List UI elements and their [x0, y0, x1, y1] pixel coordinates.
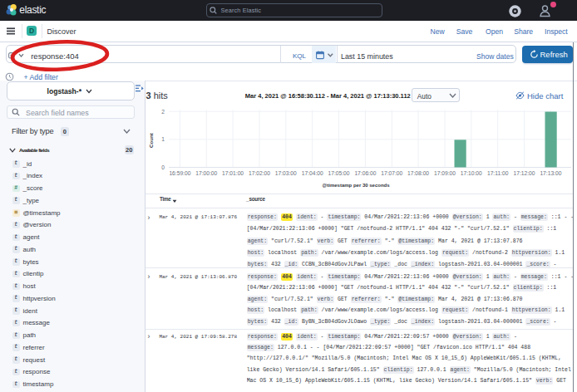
- svg-text:17:04:00: 17:04:00: [302, 170, 323, 176]
- svg-text:17:12:00: 17:12:00: [513, 170, 535, 176]
- svg-text:1: 1: [161, 136, 165, 142]
- svg-text:17:00:00: 17:00:00: [195, 170, 217, 176]
- svg-text:17:01:00: 17:01:00: [222, 170, 244, 176]
- svg-text:17:07:00: 17:07:00: [381, 170, 402, 176]
- svg-text:17:03:00: 17:03:00: [275, 170, 297, 176]
- svg-text:16:59:00: 16:59:00: [169, 170, 190, 176]
- svg-text:@timestamp per 30 seconds: @timestamp per 30 seconds: [322, 183, 390, 188]
- svg-text:17:13:00: 17:13:00: [540, 170, 561, 176]
- svg-text:17:11:00: 17:11:00: [487, 170, 509, 176]
- svg-text:17:02:00: 17:02:00: [249, 170, 270, 176]
- svg-text:0: 0: [161, 164, 165, 170]
- svg-text:17:05:00: 17:05:00: [328, 170, 349, 176]
- svg-text:2: 2: [161, 109, 165, 115]
- svg-text:Count: Count: [148, 133, 154, 148]
- svg-text:17:09:00: 17:09:00: [434, 170, 456, 176]
- svg-text:17:08:00: 17:08:00: [407, 170, 429, 176]
- svg-text:17:10:00: 17:10:00: [461, 170, 482, 176]
- svg-text:17:06:00: 17:06:00: [354, 170, 376, 176]
